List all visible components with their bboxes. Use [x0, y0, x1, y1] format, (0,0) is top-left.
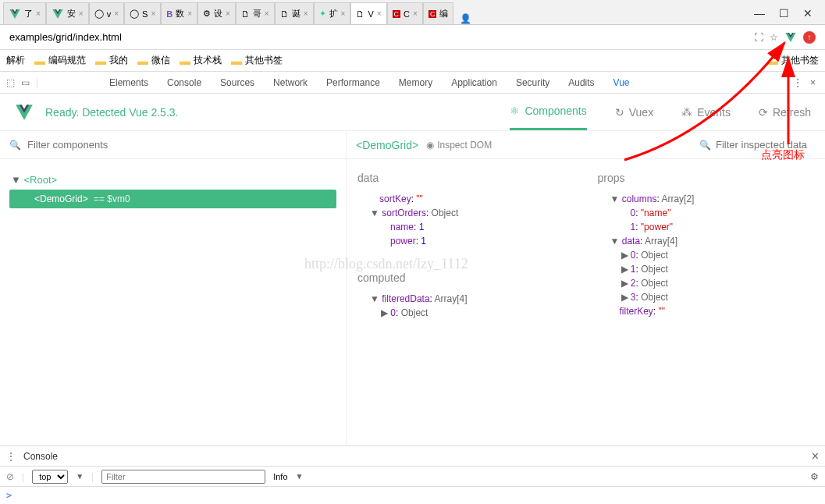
bookmarks-bar: 解析 ▬编码规范 ▬我的 ▬微信 ▬技术栈 ▬其他书签 ▬其他书签 — [0, 50, 825, 72]
devtools-tab-elements[interactable]: Elements — [108, 77, 150, 88]
bookmark-item[interactable]: ▬我的 — [95, 54, 128, 67]
translate-icon[interactable]: ⛶ — [754, 32, 763, 43]
browser-tab[interactable]: CC× — [387, 2, 423, 24]
prop-line[interactable]: filterKey: "" — [598, 304, 815, 318]
prop-line[interactable]: 0: Object — [357, 306, 574, 320]
nav-events[interactable]: ⁂Events — [681, 95, 731, 130]
devtools-tab-vue[interactable]: Vue — [612, 77, 631, 88]
close-icon[interactable]: × — [187, 9, 192, 18]
browser-tab[interactable]: 安× — [46, 2, 89, 24]
settings-icon[interactable]: ⚙ — [810, 471, 819, 482]
computed-section-title: computed — [357, 272, 574, 284]
browser-tab[interactable]: 🗋哥× — [236, 2, 275, 24]
events-icon: ⁂ — [681, 106, 692, 119]
devtools-tab-memory[interactable]: Memory — [397, 77, 434, 88]
vue-status: Ready. Detected Vue 2.5.3. — [45, 106, 178, 119]
close-button[interactable]: ✕ — [803, 7, 813, 20]
prop-line[interactable]: data: Array[4] — [598, 234, 815, 248]
bookmark-item[interactable]: ▬微信 — [137, 54, 170, 67]
close-icon[interactable]: × — [377, 9, 382, 18]
prop-line[interactable]: filteredData: Array[4] — [357, 292, 574, 306]
browser-tab[interactable]: C编 — [423, 2, 454, 24]
prop-line[interactable]: 0: Object — [598, 248, 815, 262]
console-prompt[interactable]: > — [0, 487, 825, 504]
browser-tab[interactable]: 🗋V× — [350, 2, 386, 24]
close-icon[interactable]: × — [151, 9, 155, 18]
nav-components[interactable]: ⚛Components — [510, 94, 586, 130]
doc-icon: 🗋 — [280, 9, 289, 19]
clear-console-icon[interactable]: ⊘ — [6, 471, 14, 482]
prop-line[interactable]: 3: Object — [598, 290, 815, 304]
close-icon[interactable]: × — [226, 9, 230, 18]
prop-line[interactable]: sortKey: "" — [357, 192, 574, 206]
prop-line[interactable]: 0: "name" — [598, 206, 815, 220]
close-icon[interactable]: × — [79, 9, 84, 18]
github-icon: ◯ — [130, 9, 139, 19]
component-tree: <Root> DemoGrid == $vm0 — [0, 159, 347, 445]
close-icon[interactable]: × — [413, 9, 418, 18]
vue-devtools-extension-icon[interactable] — [784, 31, 797, 44]
folder-icon: ▬ — [180, 55, 190, 67]
other-bookmarks[interactable]: ▬其他书签 — [767, 54, 819, 67]
context-select[interactable]: top — [32, 470, 68, 484]
browser-tab[interactable]: ✦扩× — [314, 2, 351, 24]
more-icon[interactable]: ⋮ — [6, 451, 16, 462]
bookmark-item[interactable]: 解析 — [6, 54, 25, 67]
url-input[interactable] — [3, 27, 748, 48]
tree-root[interactable]: <Root> — [9, 172, 336, 188]
prop-line[interactable]: columns: Array[2] — [598, 192, 815, 206]
browser-tab[interactable]: B数× — [161, 2, 197, 24]
vue-body: <Root> DemoGrid == $vm0 data sortKey: ""… — [0, 159, 825, 445]
nav-vuex[interactable]: ↻Vuex — [615, 95, 653, 130]
more-icon[interactable]: ⋮ — [793, 77, 802, 88]
close-icon[interactable]: × — [114, 9, 119, 18]
level-select[interactable]: Info — [273, 472, 287, 481]
bookmark-star-icon[interactable]: ☆ — [770, 32, 778, 43]
prop-line[interactable]: 1: Object — [598, 262, 815, 276]
prop-line[interactable]: 2: Object — [598, 276, 815, 290]
search-icon: 🔍 — [699, 140, 711, 151]
prop-line[interactable]: power: 1 — [357, 234, 574, 248]
nav-refresh[interactable]: ⟳Refresh — [759, 95, 811, 130]
browser-tab[interactable]: 🗋诞× — [275, 2, 314, 24]
filter-inspected-input[interactable] — [716, 139, 817, 151]
minimize-button[interactable]: — — [754, 7, 765, 20]
prop-line[interactable]: sortOrders: Object — [357, 206, 574, 220]
devtools-tab-audits[interactable]: Audits — [567, 77, 596, 88]
console-drawer: ⋮ Console × ⊘ | top ▼ | Info ▼ ⚙ > — [0, 445, 825, 504]
bookmark-item[interactable]: ▬其他书签 — [231, 54, 283, 67]
close-icon[interactable]: × — [36, 9, 41, 18]
close-devtools-icon[interactable]: × — [810, 77, 816, 88]
console-filter-input[interactable] — [101, 470, 265, 484]
devtools-tab-sources[interactable]: Sources — [219, 77, 256, 88]
browser-tab-strip: 了× 安× ◯v× ◯S× B数× ⚙设× 🗋哥× 🗋诞× ✦扩× 🗋V× CC… — [0, 0, 825, 25]
bookmark-item[interactable]: ▬技术栈 — [180, 54, 222, 67]
browser-tab[interactable]: ◯v× — [89, 2, 124, 24]
prop-line[interactable]: 1: "power" — [598, 220, 815, 234]
user-icon[interactable]: 👤 — [460, 13, 471, 24]
vue-header: Ready. Detected Vue 2.5.3. ⚛Components ↻… — [0, 94, 825, 131]
browser-tab[interactable]: 了× — [3, 2, 46, 24]
devtools-tab-performance[interactable]: Performance — [325, 77, 382, 88]
tree-selected[interactable]: DemoGrid == $vm0 — [9, 190, 336, 208]
inspect-element-icon[interactable]: ⬚ — [6, 77, 15, 88]
devtools-tab-security[interactable]: Security — [514, 77, 551, 88]
folder-icon: ▬ — [767, 55, 778, 67]
close-drawer-icon[interactable]: × — [812, 449, 819, 463]
browser-tab[interactable]: ⚙设× — [197, 2, 236, 24]
close-icon[interactable]: × — [341, 9, 346, 18]
extension-icon[interactable]: ↑ — [803, 31, 816, 44]
inspect-dom-button[interactable]: ◉Inspect DOM — [426, 140, 492, 151]
devtools-tab-application[interactable]: Application — [450, 77, 499, 88]
maximize-button[interactable]: ☐ — [779, 7, 789, 20]
browser-tab[interactable]: ◯S× — [124, 2, 161, 24]
bookmark-item[interactable]: ▬编码规范 — [34, 54, 86, 67]
device-toolbar-icon[interactable]: ▭ — [21, 77, 30, 88]
prop-line[interactable]: name: 1 — [357, 220, 574, 234]
close-icon[interactable]: × — [304, 9, 308, 18]
devtools-tab-network[interactable]: Network — [272, 77, 309, 88]
devtools-tab-console[interactable]: Console — [165, 77, 203, 88]
close-icon[interactable]: × — [265, 9, 269, 18]
filter-components-input[interactable] — [27, 139, 336, 151]
console-title[interactable]: Console — [23, 451, 58, 462]
